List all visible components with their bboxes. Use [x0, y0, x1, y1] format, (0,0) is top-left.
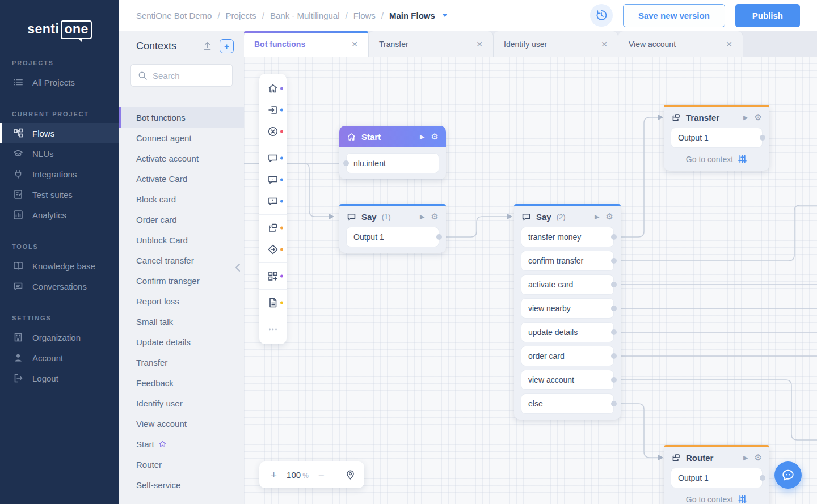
home-icon[interactable] [259, 78, 287, 99]
zoom-out-button[interactable]: − [318, 469, 325, 480]
cancel-icon[interactable] [259, 121, 287, 142]
output-port[interactable] [611, 329, 617, 335]
sidebar-item-account[interactable]: Account [0, 348, 119, 368]
flow-canvas[interactable]: Start ▶⚙ nlu.intent Say (1) ▶⚙ Outpu [244, 57, 817, 504]
output-port[interactable] [436, 234, 442, 240]
context-item[interactable]: Feedback [119, 372, 244, 393]
play-icon[interactable]: ▶ [743, 454, 748, 461]
zoom-in-button[interactable]: + [271, 469, 277, 480]
sliders-icon[interactable] [738, 154, 747, 164]
context-item-start[interactable]: Start [119, 434, 244, 454]
node-output[interactable]: view nearby [521, 298, 614, 319]
go-to-context-link[interactable]: Go to context [686, 155, 733, 164]
sidebar-item-nlus[interactable]: NLUs [0, 143, 119, 164]
gear-icon[interactable]: ⚙ [431, 132, 439, 142]
node-say-2[interactable]: Say (2) ▶⚙ transfer money confirm transf… [514, 204, 621, 420]
sentione-logo[interactable]: sentione [0, 0, 119, 39]
play-icon[interactable]: ▶ [420, 213, 424, 221]
node-output[interactable]: Output 1 [671, 128, 763, 148]
context-item[interactable]: Identify user [119, 393, 244, 413]
node-output[interactable]: activate card [521, 274, 614, 295]
sliders-icon[interactable] [738, 494, 747, 504]
close-icon[interactable]: ✕ [726, 40, 732, 49]
more-icon[interactable] [259, 319, 287, 340]
output-port[interactable] [611, 282, 617, 287]
sidebar-item-test-suites[interactable]: Test suites [0, 184, 119, 205]
publish-button[interactable]: Publish [735, 4, 800, 27]
output-port[interactable] [611, 258, 617, 264]
play-icon[interactable]: ▶ [595, 213, 599, 221]
output-port[interactable] [611, 306, 617, 311]
context-item[interactable]: Router [119, 454, 244, 475]
gear-icon[interactable]: ⚙ [431, 211, 439, 222]
gear-icon[interactable]: ⚙ [755, 452, 762, 463]
save-new-version-button[interactable]: Save new version [623, 4, 725, 27]
output-port[interactable] [611, 353, 617, 359]
node-output[interactable]: order card [521, 346, 614, 366]
sidebar-item-flows[interactable]: Flows [0, 123, 119, 143]
node-output[interactable]: update details [521, 322, 614, 342]
sidebar-item-all-projects[interactable]: All Projects [0, 72, 119, 92]
node-start-header[interactable]: Start ▶⚙ [339, 126, 446, 147]
gear-icon[interactable]: ⚙ [755, 112, 762, 122]
upload-icon[interactable] [202, 41, 213, 52]
notice-icon[interactable] [259, 190, 287, 212]
breadcrumb-item[interactable]: SentiOne Bot Demo [136, 11, 212, 20]
output-port[interactable] [611, 377, 617, 383]
context-item[interactable]: Self-service [119, 475, 244, 495]
context-item[interactable]: Confirm transger [119, 270, 244, 291]
node-say-1[interactable]: Say (1) ▶⚙ Output 1 [339, 204, 446, 253]
close-icon[interactable]: ✕ [351, 40, 358, 49]
search-input[interactable] [153, 71, 225, 81]
context-item[interactable]: Connect agent [119, 128, 244, 148]
gear-icon[interactable]: ⚙ [606, 211, 613, 222]
output-port[interactable] [760, 475, 765, 481]
node-output[interactable]: view account [521, 370, 614, 390]
node-input-nlu-intent[interactable]: nlu.intent [346, 153, 439, 173]
sidebar-item-knowledge-base[interactable]: Knowledge base [0, 256, 119, 276]
context-item[interactable]: Activate Card [119, 168, 244, 189]
close-icon[interactable]: ✕ [601, 40, 608, 49]
breadcrumb-item[interactable]: Bank - Multilingual [270, 11, 340, 20]
play-icon[interactable]: ▶ [743, 114, 748, 121]
locate-button[interactable] [336, 461, 364, 488]
collapse-panel-chevron-icon[interactable] [235, 263, 241, 274]
breadcrumb-item[interactable]: Flows [353, 11, 376, 20]
sidebar-item-logout[interactable]: Logout [0, 368, 119, 388]
node-output[interactable]: transfer money [521, 227, 614, 247]
add-context-button[interactable]: + [220, 39, 234, 53]
sidebar-item-conversations[interactable]: Conversations [0, 276, 119, 297]
input-port[interactable] [343, 160, 349, 166]
chat-widget-button[interactable] [774, 461, 802, 489]
node-say-1-header[interactable]: Say (1) ▶⚙ [339, 206, 446, 227]
go-to-context-link[interactable]: Go to context [686, 495, 733, 504]
node-output[interactable]: else [521, 393, 614, 414]
context-item[interactable]: Update details [119, 332, 244, 352]
typing-icon[interactable] [259, 169, 287, 190]
document-icon[interactable] [259, 292, 287, 314]
node-say-2-header[interactable]: Say (2) ▶⚙ [514, 206, 621, 227]
decision-icon[interactable] [259, 239, 287, 260]
breadcrumb-item[interactable]: Projects [226, 11, 256, 20]
output-port[interactable] [611, 234, 617, 240]
context-item-bot-functions[interactable]: Bot functions [119, 107, 244, 128]
context-item[interactable]: Cancel transfer [119, 250, 244, 270]
context-item[interactable]: Unblock Card [119, 230, 244, 250]
output-port[interactable] [760, 135, 765, 141]
context-item[interactable]: View account [119, 413, 244, 434]
context-item[interactable]: Report loss [119, 291, 244, 311]
node-output[interactable]: confirm transfer [521, 251, 614, 271]
tab-view-account[interactable]: View account ✕ [618, 31, 743, 57]
sidebar-item-organization[interactable]: Organization [0, 327, 119, 348]
tab-identify-user[interactable]: Identify user ✕ [494, 31, 618, 57]
history-button[interactable] [590, 4, 613, 27]
close-icon[interactable]: ✕ [476, 40, 483, 49]
tab-bot-functions[interactable]: Bot functions ✕ [244, 31, 369, 57]
context-item[interactable]: Small talk [119, 311, 244, 332]
node-router[interactable]: Router ▶⚙ Output 1 Go to context [664, 445, 769, 504]
context-item[interactable]: Transfer [119, 352, 244, 372]
sidebar-item-integrations[interactable]: Integrations [0, 164, 119, 184]
say-icon[interactable] [259, 147, 287, 169]
context-item[interactable]: Order card [119, 209, 244, 230]
context-item[interactable]: Activate account [119, 148, 244, 168]
